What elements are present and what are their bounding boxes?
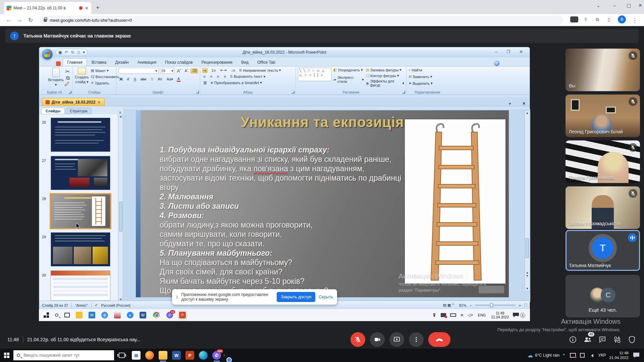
grow-font-icon[interactable]: Aˆ [176, 68, 182, 74]
shared-zoom-icon[interactable]: ▸ [127, 312, 133, 318]
tab-vstavka[interactable]: Вставка [88, 59, 111, 66]
zoom-in-icon[interactable]: + [519, 303, 521, 307]
format-painter-icon[interactable]: 🖉 [64, 81, 70, 87]
new-slide-button[interactable]: Создать слайд ▾ [75, 68, 89, 84]
panel-tab-outline[interactable]: Структура [65, 108, 92, 114]
indent-icons[interactable]: ⇤⇥ [219, 68, 227, 73]
char-spacing-icon[interactable]: AV [157, 77, 163, 81]
align-left-icon[interactable]: ≡ [202, 74, 206, 79]
select-button[interactable]: ➤Выделить ▾ [409, 81, 446, 85]
shared-explorer-icon[interactable] [76, 312, 83, 318]
address-bar[interactable]: meet.google.com/fuh-tufu-she?authuser=0 [40, 16, 563, 25]
slide-thumbnail-30[interactable] [51, 270, 110, 301]
viber-icon[interactable]: ✆333 [212, 351, 221, 360]
arrange-button[interactable]: ◧Упорядочить ▾ [333, 68, 364, 72]
shared-word-icon[interactable]: W [140, 312, 146, 318]
language-indicator[interactable]: УКР [598, 353, 606, 358]
tab-close-icon[interactable]: ✕ [85, 6, 89, 11]
redo-icon[interactable]: ↻ [71, 50, 74, 55]
fit-to-window-icon[interactable]: ⛶ [524, 303, 527, 307]
align-right-icon[interactable]: ≡ [216, 74, 220, 79]
slide-scrollbar[interactable]: ▲ ▲▼ ▼ [525, 110, 530, 291]
spellcheck-icon[interactable]: ✔ [95, 303, 98, 307]
shared-ie-icon[interactable]: e [101, 312, 108, 318]
slide-thumbnail-29[interactable] [51, 232, 110, 266]
profile-avatar[interactable]: B [618, 15, 626, 23]
explorer-icon[interactable] [159, 351, 167, 360]
more-participants-tile[interactable]: C Ещё 43 чел. [566, 275, 640, 317]
back-icon[interactable]: ← [6, 17, 12, 23]
ppt-minimize-button[interactable]: – [495, 49, 497, 54]
justify-icon[interactable]: ≡ [223, 74, 227, 79]
clear-format-icon[interactable]: ⌫ [191, 68, 198, 73]
print-icon[interactable]: ⎙ [77, 50, 80, 55]
shared-taskview-icon[interactable] [64, 313, 70, 317]
qat-chevron-icon[interactable]: ▾ [83, 50, 85, 55]
columns-icon[interactable]: ▥ [202, 80, 208, 85]
view-buttons[interactable]: ▤ ▦ ㆔ [443, 303, 455, 308]
tab-recenzirovanie[interactable]: Рецензирование [198, 59, 237, 66]
word-icon[interactable]: W [172, 351, 181, 360]
meeting-details-icon[interactable] [566, 333, 580, 346]
edge-icon[interactable] [199, 351, 208, 360]
camera-toggle-button[interactable] [370, 332, 385, 347]
chat-icon[interactable] [595, 333, 610, 346]
change-case-icon[interactable]: Aa▾ [166, 77, 174, 82]
shared-notification-icon[interactable] [513, 313, 519, 317]
bullets-icon[interactable]: •≡ [202, 68, 208, 73]
zoom-slider-thumb[interactable] [490, 303, 493, 307]
tab-animaciya[interactable]: Анимация [133, 59, 160, 66]
reset-button[interactable]: 🗘Восстановить [91, 75, 114, 79]
strikethrough-icon[interactable]: abc [140, 77, 148, 81]
tab-glavnaya[interactable]: Главная [63, 58, 87, 66]
shared-search-icon[interactable] [55, 313, 58, 317]
shared-wifi-icon[interactable]: ≋ [460, 313, 464, 317]
powerpoint-icon[interactable]: P [185, 351, 194, 360]
save-icon[interactable]: ▣ [58, 50, 62, 55]
forward-icon[interactable]: → [17, 17, 22, 23]
store-icon[interactable]: ⊞ [132, 351, 141, 360]
tab-dizayn[interactable]: Дизайн [111, 59, 132, 66]
font-name-combo[interactable]: ▾ [118, 68, 159, 74]
clipboard-dialog-launcher[interactable] [69, 91, 71, 94]
window-close-button[interactable]: ✕ [638, 3, 642, 8]
text-direction-button[interactable]: ≣Направление текста ▾ [239, 68, 281, 72]
tray-network-icon[interactable] [579, 353, 585, 358]
zoom-slider[interactable] [475, 305, 516, 306]
zoom-percent[interactable]: 81% [459, 303, 466, 307]
ppt-close-button[interactable]: ✕ [519, 49, 523, 54]
browser-tab[interactable]: Meet – 21.04.22р. об 11.00 в ✕ [4, 2, 91, 14]
replace-button[interactable]: ⇄Заменить ▾ [409, 74, 446, 79]
activities-icon[interactable] [610, 333, 625, 346]
line-spacing-icon[interactable]: ↕≡ [230, 68, 236, 73]
find-button[interactable]: ⌕Найти [409, 68, 446, 72]
cut-icon[interactable]: ✂ [65, 68, 70, 75]
panel-scrollbar[interactable]: ▲ ▼ [118, 114, 123, 302]
shape-effects-button[interactable]: ◉Эффекты для фигур ▾ [366, 79, 404, 87]
font-dialog-launcher[interactable] [196, 91, 199, 94]
tray-volume-icon[interactable] [589, 353, 593, 358]
taskbar-search[interactable] [13, 350, 114, 360]
tray-cast-icon[interactable] [570, 353, 576, 358]
participants-icon[interactable]: 49 [580, 333, 595, 346]
shrink-font-icon[interactable]: Aˇ [183, 68, 189, 73]
smartart-button[interactable]: ◈Преобразовать в SmartArt ▾ [210, 80, 262, 85]
shared-mic-tray-icon[interactable]: 🎙 [432, 312, 437, 318]
tab-pokaz-slaydov[interactable]: Показ слайдов [161, 59, 197, 66]
shape-fill-button[interactable]: ▨Заливка фигуры ▾ [366, 68, 404, 72]
shared-clock[interactable]: 11:4821.04.2022 [491, 311, 509, 319]
participant-tile-self[interactable]: Вы [566, 49, 640, 91]
side-panel-icon[interactable]: ▯ [608, 17, 610, 22]
bold-icon[interactable]: Ж [118, 77, 124, 81]
office-button[interactable] [41, 48, 53, 60]
document-tab-close-icon[interactable]: ✕ [98, 100, 101, 105]
tab-office-tab[interactable]: Office Tab [253, 59, 279, 66]
more-options-button[interactable] [409, 332, 424, 347]
weather-text[interactable]: 6°C Light rain [535, 353, 559, 358]
shared-viber-icon[interactable]: ✆24 [166, 312, 173, 318]
shared-battery-icon[interactable] [450, 313, 456, 317]
participant-tile[interactable]: Тамара Гуменникова [566, 140, 640, 183]
ppt-restore-button[interactable]: ❐ [506, 49, 510, 54]
window-maximize-button[interactable]: ▢ [627, 3, 631, 8]
numbering-icon[interactable]: 1≡ [210, 68, 217, 73]
